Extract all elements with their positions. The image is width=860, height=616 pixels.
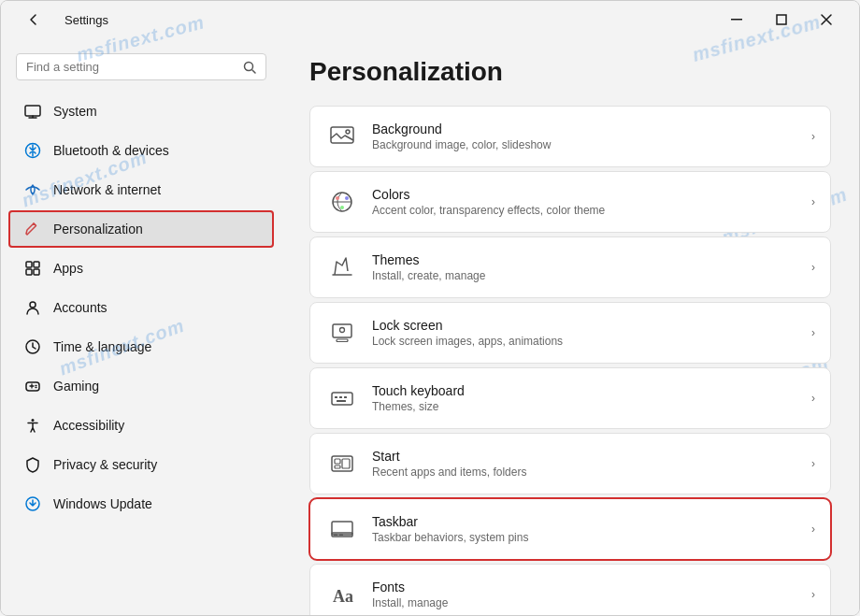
background-icon: [325, 120, 359, 153]
sidebar-label-accessibility: Accessibility: [53, 418, 124, 433]
svg-rect-6: [26, 262, 32, 267]
close-button[interactable]: [805, 5, 848, 35]
lockscreen-chevron: ›: [811, 326, 815, 339]
back-button[interactable]: [12, 5, 55, 35]
taskbar-text: Taskbar Taskbar behaviors, system pins: [372, 514, 811, 544]
svg-point-20: [340, 206, 344, 209]
sidebar-item-time[interactable]: Time & language: [8, 328, 274, 365]
svg-rect-24: [332, 393, 352, 405]
main-content: msfinext.com msfinext.com msfinext.com m…: [281, 38, 859, 615]
fonts-chevron: ›: [811, 588, 815, 601]
sidebar-label-bluetooth: Bluetooth & devices: [53, 143, 169, 158]
page-title: Personalization: [309, 57, 831, 87]
svg-rect-25: [335, 396, 337, 398]
lockscreen-icon: [325, 316, 359, 350]
settings-item-touchkeyboard[interactable]: Touch keyboard Themes, size ›: [309, 367, 831, 429]
taskbar-chevron: ›: [811, 523, 815, 536]
background-text: Background Background image, color, slid…: [372, 122, 811, 151]
background-desc: Background image, color, slideshow: [372, 138, 811, 151]
sidebar-label-privacy: Privacy & security: [53, 457, 157, 472]
svg-rect-9: [34, 269, 39, 275]
taskbar-title: Taskbar: [372, 514, 811, 529]
settings-item-fonts[interactable]: Aa Fonts Install, manage ›: [309, 564, 831, 615]
taskbar-desc: Taskbar behaviors, system pins: [372, 531, 811, 544]
svg-point-19: [345, 196, 349, 200]
themes-desc: Install, create, manage: [372, 269, 811, 282]
content-area: System Bluetooth & devices: [1, 38, 859, 615]
sidebar-item-privacy[interactable]: Privacy & security: [8, 446, 274, 483]
svg-rect-35: [334, 535, 337, 537]
sidebar-label-gaming: Gaming: [53, 379, 99, 394]
maximize-button[interactable]: [760, 5, 803, 35]
svg-point-10: [30, 302, 36, 308]
lockscreen-desc: Lock screen images, apps, animations: [372, 335, 811, 348]
sidebar-item-apps[interactable]: Apps: [8, 250, 274, 287]
sidebar-item-accessibility[interactable]: Accessibility: [8, 407, 274, 444]
colors-desc: Accent color, transparency effects, colo…: [372, 204, 811, 217]
sidebar-item-system[interactable]: System: [8, 93, 274, 130]
time-icon: [23, 337, 42, 356]
settings-item-taskbar[interactable]: Taskbar Taskbar behaviors, system pins ›: [309, 498, 831, 560]
fonts-desc: Install, manage: [372, 596, 811, 609]
sidebar-label-time: Time & language: [53, 339, 151, 354]
accounts-icon: [23, 298, 42, 317]
start-icon: [325, 447, 359, 480]
touchkeyboard-desc: Themes, size: [372, 400, 811, 413]
taskbar-icon: [325, 512, 359, 546]
sidebar-label-network: Network & internet: [53, 182, 161, 197]
colors-icon: [325, 185, 359, 219]
svg-rect-1: [777, 15, 786, 24]
gaming-icon: [23, 377, 42, 395]
background-chevron: ›: [811, 130, 815, 143]
settings-item-start[interactable]: Start Recent apps and items, folders ›: [309, 433, 831, 494]
themes-icon: [325, 251, 359, 284]
search-box[interactable]: [16, 53, 266, 80]
svg-rect-31: [335, 466, 340, 468]
lockscreen-text: Lock screen Lock screen images, apps, an…: [372, 318, 811, 348]
fonts-title: Fonts: [372, 580, 811, 595]
touchkeyboard-chevron: ›: [811, 392, 815, 405]
sidebar-item-personalization[interactable]: Personalization: [8, 210, 274, 248]
colors-chevron: ›: [811, 195, 815, 208]
colors-text: Colors Accent color, transparency effect…: [372, 187, 811, 217]
settings-list: Background Background image, color, slid…: [309, 106, 831, 615]
sidebar-label-system: System: [53, 104, 97, 119]
touchkeyboard-icon: [325, 381, 359, 415]
settings-window: Settings: [0, 0, 860, 616]
window-title: Settings: [64, 13, 108, 27]
start-text: Start Recent apps and items, folders: [372, 449, 811, 479]
sidebar-item-update[interactable]: Windows Update: [8, 485, 274, 523]
sidebar-item-bluetooth[interactable]: Bluetooth & devices: [8, 132, 274, 169]
svg-rect-22: [337, 339, 348, 342]
sidebar-item-network[interactable]: Network & internet: [8, 171, 274, 208]
start-desc: Recent apps and items, folders: [372, 466, 811, 479]
settings-item-colors[interactable]: Colors Accent color, transparency effect…: [309, 171, 831, 233]
themes-chevron: ›: [811, 261, 815, 274]
minimize-button[interactable]: [715, 5, 758, 35]
settings-item-lockscreen[interactable]: Lock screen Lock screen images, apps, an…: [309, 302, 831, 364]
settings-item-background[interactable]: Background Background image, color, slid…: [309, 106, 831, 167]
svg-rect-30: [335, 459, 340, 464]
sidebar-item-accounts[interactable]: Accounts: [8, 289, 274, 326]
network-icon: [23, 180, 42, 199]
colors-title: Colors: [372, 187, 811, 202]
system-icon: [23, 102, 42, 121]
fonts-icon: Aa: [325, 578, 359, 611]
bluetooth-icon: [23, 141, 42, 160]
svg-rect-3: [25, 106, 40, 116]
privacy-icon: [23, 455, 42, 474]
lockscreen-title: Lock screen: [372, 318, 811, 333]
svg-point-5: [32, 193, 34, 194]
svg-point-13: [32, 419, 35, 422]
sidebar-item-gaming[interactable]: Gaming: [8, 367, 274, 405]
svg-rect-27: [344, 396, 347, 398]
accessibility-icon: [23, 416, 42, 435]
svg-rect-0: [731, 19, 742, 21]
sidebar-label-accounts: Accounts: [53, 300, 108, 315]
fonts-text: Fonts Install, manage: [372, 580, 811, 609]
search-input[interactable]: [26, 60, 236, 74]
settings-item-themes[interactable]: Themes Install, create, manage ›: [309, 236, 831, 298]
svg-rect-7: [34, 262, 39, 267]
svg-rect-8: [26, 269, 32, 275]
svg-rect-28: [337, 400, 346, 402]
